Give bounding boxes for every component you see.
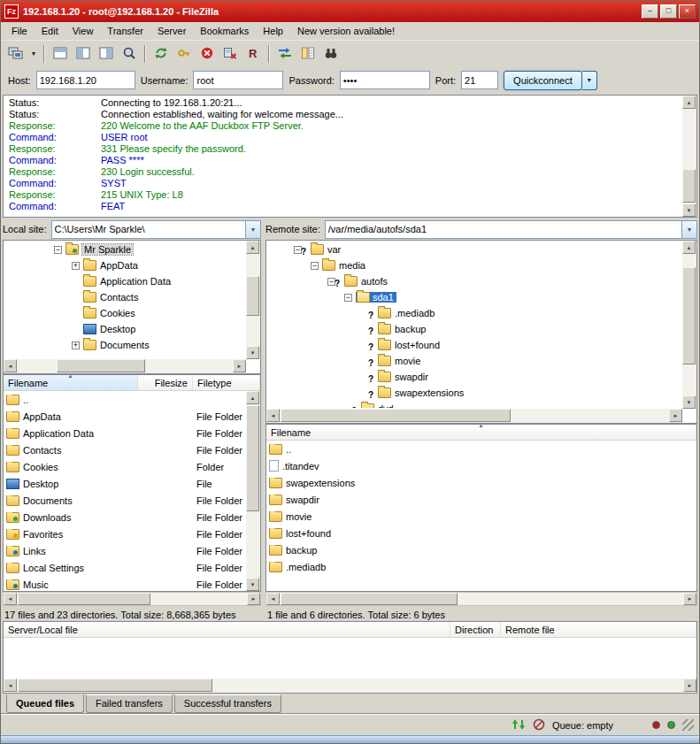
file-row[interactable]: lost+found: [266, 525, 696, 541]
toggle-remote-treeview-button[interactable]: [95, 43, 118, 65]
scroll-down-icon[interactable]: ▼: [682, 395, 696, 409]
remote-tree-vertical-scrollbar[interactable]: ▲ ▼: [682, 241, 696, 409]
title-bar[interactable]: Fz 192.168.1.20 - root@192.168.1.20 - Fi…: [1, 1, 699, 22]
site-manager-dropdown-button[interactable]: ▼: [27, 43, 40, 65]
chevron-down-icon[interactable]: ▼: [245, 221, 260, 238]
close-button[interactable]: ×: [679, 4, 696, 19]
tree-item-application-data[interactable]: Application Data: [4, 273, 245, 289]
tree-item-mr-sparkle[interactable]: − Mr Sparkle: [4, 242, 245, 257]
scroll-down-icon[interactable]: ▼: [246, 578, 259, 591]
file-row[interactable]: movie: [266, 508, 696, 525]
file-row[interactable]: CookiesFolder: [4, 458, 260, 475]
speed-limits-icon[interactable]: [533, 718, 545, 732]
synchronized-browsing-button[interactable]: [296, 43, 319, 65]
scrollbar-thumb[interactable]: [18, 679, 212, 692]
scroll-left-icon[interactable]: ◄: [4, 593, 17, 605]
site-manager-button[interactable]: [4, 43, 27, 65]
scrollbar-thumb[interactable]: [281, 409, 511, 422]
file-row[interactable]: .titandev: [266, 457, 696, 474]
local-list-horizontal-scrollbar[interactable]: ◄ ►: [3, 592, 261, 606]
tree-item-swapdir[interactable]: ? swapdir: [267, 369, 681, 385]
quickconnect-button[interactable]: Quickconnect: [504, 71, 582, 90]
file-row[interactable]: DocumentsFile Folder: [4, 492, 260, 509]
expand-icon[interactable]: +: [72, 262, 80, 270]
tree-item-desktop[interactable]: Desktop: [4, 321, 245, 337]
toggle-local-treeview-button[interactable]: [72, 43, 95, 65]
file-row[interactable]: Application DataFile Folder: [4, 425, 260, 441]
scrollbar-thumb[interactable]: [57, 359, 145, 372]
scroll-right-icon[interactable]: ►: [233, 359, 246, 372]
column-header-remote-file[interactable]: Remote file: [501, 622, 696, 637]
tree-item-media[interactable]: − media: [267, 257, 681, 273]
transfer-queue[interactable]: Server/Local file Direction Remote file …: [3, 621, 697, 694]
file-row[interactable]: swapextensions: [266, 474, 696, 491]
column-header-filename[interactable]: ▲ Filename: [4, 375, 138, 390]
scroll-left-icon[interactable]: ◄: [4, 679, 17, 692]
file-row[interactable]: ContactsFile Folder: [4, 441, 260, 458]
username-input[interactable]: [193, 71, 283, 89]
tree-item-autofs[interactable]: − ? autofs: [267, 273, 681, 289]
tab-failed-transfers[interactable]: Failed transfers: [86, 694, 173, 713]
scroll-right-icon[interactable]: ►: [247, 593, 260, 605]
scroll-up-icon[interactable]: ▲: [682, 96, 696, 109]
column-header-filename[interactable]: ▲ Filename: [266, 425, 696, 440]
tree-item-cookies[interactable]: Cookies: [4, 305, 245, 321]
file-row[interactable]: DesktopFile: [4, 475, 260, 492]
menu-new-version-notice[interactable]: New version available!: [290, 24, 402, 38]
password-input[interactable]: [340, 71, 430, 89]
local-directory-tree[interactable]: − Mr Sparkle + AppData Application Data: [3, 240, 261, 374]
scrollbar-thumb[interactable]: [246, 405, 259, 511]
maximize-button[interactable]: □: [660, 4, 677, 19]
tree-item-contacts[interactable]: Contacts: [4, 289, 245, 305]
tree-item-var[interactable]: − ? var: [267, 242, 681, 257]
minimize-button[interactable]: –: [642, 4, 658, 19]
tree-item-swapextensions[interactable]: ? swapextensions: [267, 385, 681, 401]
menu-help[interactable]: Help: [256, 24, 290, 38]
scroll-down-icon[interactable]: ▼: [682, 203, 696, 217]
file-row[interactable]: backup: [266, 541, 696, 558]
file-row[interactable]: .mediadb: [266, 558, 696, 575]
scrollbar-thumb[interactable]: [246, 276, 259, 316]
refresh-button[interactable]: [150, 43, 173, 65]
scrollbar-thumb[interactable]: [18, 593, 150, 605]
local-site-input[interactable]: [52, 221, 245, 238]
scrollbar-thumb[interactable]: [682, 267, 696, 364]
tab-successful-transfers[interactable]: Successful transfers: [174, 694, 281, 713]
directory-comparison-button[interactable]: [273, 43, 296, 65]
remote-site-combobox[interactable]: ▼: [325, 220, 697, 239]
column-header-direction[interactable]: Direction: [450, 622, 501, 637]
tree-item-dvd[interactable]: ? dvd: [267, 401, 681, 408]
menu-view[interactable]: View: [65, 24, 101, 38]
scrollbar-thumb[interactable]: [682, 169, 696, 203]
port-input[interactable]: [461, 71, 498, 89]
cancel-operation-button[interactable]: [196, 43, 219, 65]
quickconnect-dropdown-button[interactable]: ▼: [582, 71, 597, 90]
file-row[interactable]: DownloadsFile Folder: [4, 509, 260, 525]
local-site-combobox[interactable]: ▼: [51, 220, 261, 239]
queue-empty-area[interactable]: [4, 639, 696, 678]
disconnect-button[interactable]: [219, 43, 242, 65]
tree-item-mediadb[interactable]: ? .mediadb: [267, 305, 681, 321]
toggle-transfer-queue-button[interactable]: [118, 43, 141, 65]
host-input[interactable]: [36, 71, 135, 89]
menu-transfer[interactable]: Transfer: [100, 24, 150, 38]
file-row[interactable]: FavoritesFile Folder: [4, 525, 260, 542]
tree-item-movie[interactable]: ? movie: [267, 353, 681, 369]
file-row[interactable]: ..: [266, 441, 696, 457]
toggle-message-log-button[interactable]: [49, 43, 72, 65]
menu-file[interactable]: File: [4, 24, 35, 38]
find-files-button[interactable]: [319, 43, 342, 65]
collapse-icon[interactable]: −: [54, 246, 62, 254]
file-row[interactable]: Local SettingsFile Folder: [4, 559, 260, 576]
tab-queued-files[interactable]: Queued files: [6, 694, 84, 713]
menu-edit[interactable]: Edit: [35, 24, 65, 38]
tree-item-appdata[interactable]: + AppData: [4, 257, 245, 273]
selected-tree-item[interactable]: sda1: [356, 292, 396, 303]
local-file-list[interactable]: ▲ Filename Filesize Filetype .. AppDataF…: [3, 374, 261, 592]
log-vertical-scrollbar[interactable]: ▲ ▼: [682, 96, 696, 217]
file-row[interactable]: AppDataFile Folder: [4, 408, 260, 425]
remote-site-input[interactable]: [326, 221, 681, 238]
resize-grip[interactable]: [682, 719, 694, 731]
tree-item-lost-found[interactable]: ? lost+found: [267, 337, 681, 353]
scroll-right-icon[interactable]: ►: [669, 409, 682, 422]
